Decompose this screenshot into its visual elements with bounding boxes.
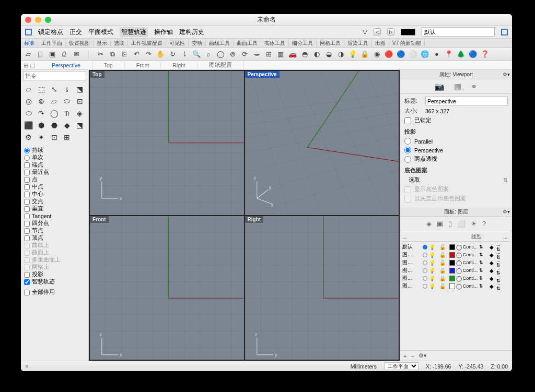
vtab-right[interactable]: Right: [161, 62, 197, 68]
tool-button-14[interactable]: ◈: [74, 108, 85, 118]
material-icon[interactable]: ▦: [454, 82, 461, 91]
vtab-front[interactable]: Front: [125, 62, 161, 68]
layer-row[interactable]: 默认💡🔓◯Conti... ⇅◆... ⇅: [402, 242, 510, 250]
tab-display[interactable]: 显示: [94, 39, 111, 48]
toolbar-button-2[interactable]: ▣: [47, 49, 57, 60]
toolbar-button-17[interactable]: ⊚: [227, 49, 238, 60]
gear-icon[interactable]: ⚙▾: [503, 209, 510, 215]
tool-button-12[interactable]: ◯: [49, 108, 60, 118]
toolbar-button-10[interactable]: ↷: [143, 49, 154, 60]
link-icon[interactable]: ⚭: [471, 82, 478, 91]
osnap-check[interactable]: [24, 206, 30, 212]
tab-curve[interactable]: 曲线工具: [206, 39, 234, 48]
toolbar-button-34[interactable]: ●: [432, 49, 442, 60]
arrow-right-icon[interactable]: ▷: [387, 28, 394, 35]
toolbar-button-14[interactable]: 🔍: [191, 49, 202, 60]
menu-history[interactable]: 建构历史: [179, 28, 204, 37]
toolbar-button-4[interactable]: ✉: [71, 49, 82, 60]
tool-button-3[interactable]: ⫰: [62, 84, 73, 94]
sun-icon[interactable]: ☀: [471, 220, 477, 228]
tool-button-4[interactable]: ⬔: [74, 84, 85, 94]
toolbar-button-8[interactable]: ⎘: [119, 49, 130, 60]
layer-row[interactable]: 图...💡🔓◯Conti... ⇅◆... ⇅: [402, 257, 510, 265]
tab-solid[interactable]: 实体工具: [261, 39, 289, 48]
toolbar-button-13[interactable]: ⤹: [179, 49, 190, 60]
menu-gumball[interactable]: 操作轴: [154, 28, 173, 37]
menu-smarttrack[interactable]: 智慧轨迹: [120, 27, 148, 37]
vtab-layout[interactable]: 图纸配置: [197, 62, 244, 69]
tool-button-19[interactable]: ⬔: [74, 120, 85, 130]
toolbar-button-11[interactable]: ✋: [155, 49, 166, 60]
toolbar-button-26[interactable]: ◑: [335, 49, 346, 60]
tab-subd[interactable]: 细分工具: [289, 39, 317, 48]
tool-button-7[interactable]: ▱: [49, 96, 60, 106]
prop-title-input[interactable]: [425, 97, 508, 105]
osnap-check[interactable]: [24, 213, 30, 219]
toolbar-button-3[interactable]: ⎙: [59, 49, 69, 60]
app-icon[interactable]: [25, 29, 32, 35]
tab-draft[interactable]: 出图: [372, 39, 389, 48]
tab-render[interactable]: 渲染工具: [344, 39, 372, 48]
filter-icon[interactable]: ▽: [363, 28, 367, 35]
toolbar-button-27[interactable]: 💡: [347, 49, 358, 60]
layer-row[interactable]: 图...💡🔓◯Conti... ⇅◆... ⇅: [402, 281, 510, 289]
app-icon-right[interactable]: [501, 29, 508, 35]
toolbar-button-7[interactable]: ⧉: [107, 49, 118, 60]
toolbar-button-20[interactable]: ⊞: [263, 49, 274, 60]
arrow-left-icon[interactable]: ◁: [374, 28, 381, 35]
osnap-radio[interactable]: [24, 148, 30, 153]
toolbar-button-33[interactable]: 🌐: [420, 49, 430, 60]
viewport-top[interactable]: xy Top: [90, 71, 244, 215]
tool-button-22[interactable]: ⊡: [49, 132, 60, 142]
minimize-icon[interactable]: [35, 17, 41, 23]
toolbar-button-16[interactable]: ◯: [215, 49, 226, 60]
camera-icon[interactable]: 📷: [435, 82, 445, 91]
toolbar-button-18[interactable]: ⟳: [239, 49, 250, 60]
close-icon[interactable]: [25, 17, 31, 23]
toolbar-button-21[interactable]: ▦: [275, 49, 286, 60]
toolbar-button-12[interactable]: ↻: [167, 49, 178, 60]
tool-button-5[interactable]: ◎: [23, 96, 34, 106]
tab-layout[interactable]: 工作视窗配置: [128, 39, 166, 48]
page-icon[interactable]: ▯: [448, 220, 452, 228]
osnap-disable-all[interactable]: [24, 290, 30, 295]
cube-icon[interactable]: ⬜: [457, 220, 466, 228]
viewport-right[interactable]: yz Right: [245, 216, 399, 360]
tool-button-20[interactable]: ⚙: [23, 132, 34, 142]
layer-row[interactable]: 图...💡🔓◯Conti... ⇅◆... ⇅: [402, 250, 510, 257]
tab-visibility[interactable]: 可见性: [166, 39, 189, 48]
osnap-check[interactable]: [24, 221, 30, 227]
viewport-front[interactable]: xz Front: [90, 216, 244, 360]
layer-row[interactable]: 图...💡🔓◯Conti... ⇅◆... ⇅: [402, 273, 510, 281]
remove-layer-button[interactable]: −: [411, 353, 414, 359]
toolbar-button-6[interactable]: ✂: [95, 49, 106, 60]
osnap-check[interactable]: [24, 272, 30, 278]
prop-locked-check[interactable]: [404, 117, 411, 124]
tab-v7new[interactable]: V7 的新功能: [389, 39, 425, 48]
tool-button-18[interactable]: ◆: [62, 120, 73, 130]
tool-button-1[interactable]: ⬚: [36, 84, 47, 94]
tab-mesh[interactable]: 网格工具: [317, 39, 344, 48]
tool-button-23[interactable]: ⊞: [62, 132, 73, 142]
toolbar-button-5[interactable]: │: [83, 49, 94, 60]
osnap-check[interactable]: [24, 177, 30, 183]
vtab-perspective[interactable]: Perspective: [40, 62, 92, 68]
tool-button-2[interactable]: ⤡: [49, 84, 60, 94]
tab-standard[interactable]: 标准: [21, 39, 38, 48]
layer-row[interactable]: 图...💡🔓◯Conti... ⇅◆... ⇅: [402, 265, 510, 273]
tool-button-9[interactable]: ⊡: [74, 96, 85, 106]
osnap-check[interactable]: [24, 170, 30, 175]
toolbar-button-31[interactable]: 🔵: [396, 49, 406, 60]
status-cplane-select[interactable]: 工作平面: [384, 362, 418, 370]
toolbar-button-28[interactable]: 🔒: [359, 49, 370, 60]
tool-button-21[interactable]: ✦: [36, 132, 47, 142]
toolbar-button-38[interactable]: ❓: [480, 49, 490, 60]
layer-options-button[interactable]: ⚙▾: [418, 352, 427, 359]
tool-button-13[interactable]: ⫙: [62, 108, 73, 118]
osnap-check[interactable]: [24, 199, 30, 205]
osnap-check[interactable]: [24, 162, 30, 168]
tool-button-6[interactable]: ⊚: [36, 96, 47, 106]
color-swatch[interactable]: [401, 29, 415, 35]
menu-planar[interactable]: 平面模式: [88, 28, 113, 37]
toolbar-button-24[interactable]: ◐: [311, 49, 322, 60]
